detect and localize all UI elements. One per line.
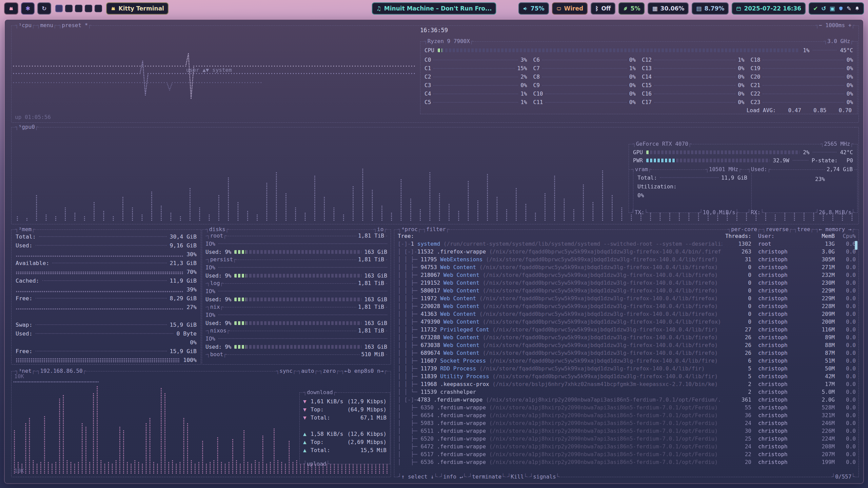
process-row[interactable]: │ │ ├─ 11607 Socket Process (/nix/store/…: [398, 357, 857, 365]
workspace-switcher[interactable]: [54, 5, 103, 12]
reload-icon: ↻: [42, 5, 46, 12]
volume-module[interactable]: 75%: [518, 2, 549, 15]
process-row[interactable]: │ ├─ 6536 .ferdium-wrappe (/nix/store/a1…: [398, 458, 857, 466]
bluetooth-module[interactable]: ᛒOff: [591, 2, 615, 15]
process-row[interactable]: [-]-1 systemd (/run/current-system/syste…: [398, 240, 857, 248]
process-row[interactable]: │ ├─ 6472 .ferdium-wrappe (/nix/store/a1…: [398, 443, 857, 450]
process-row[interactable]: │ [-]-11532 .firefox-wrappe (/nix/store/…: [398, 248, 857, 256]
memory-stat-row: Available:21,3 GiB: [16, 259, 197, 267]
window-icon[interactable]: ▣: [830, 5, 835, 12]
process-row[interactable]: │ │ ├─ 689674 Web Content (/nix/store/fq…: [398, 349, 857, 357]
proc-option-1[interactable]: per-core: [728, 226, 761, 233]
reload-button[interactable]: ↻: [37, 2, 51, 15]
process-row[interactable]: │ │ └─ 11539 crashhelper2christoph5.0M0.…: [398, 388, 857, 396]
cpu-graph-legend: user ▲▼ system: [186, 67, 232, 73]
process-row[interactable]: │ │ ├─ 479390 Web Content (/nix/store/fq…: [398, 318, 857, 326]
process-row[interactable]: │ │ ├─ 11732 Privileged Cont (/nix/store…: [398, 326, 857, 333]
process-row[interactable]: │ [-]~4783 .ferdium-wrappe (/nix/store/a…: [398, 396, 857, 404]
process-row[interactable]: │ ├─ 6654 .ferdium-wrappe (/nix/store/a1…: [398, 411, 857, 419]
memory-stat-row: Free:15,9 GiB: [16, 347, 197, 355]
disks-widget[interactable]: disksioroot1,81 TiBIO%Used:9%163 GiBpers…: [202, 229, 391, 365]
net-stat-value: (12,6 Kibps): [347, 431, 387, 437]
process-row[interactable]: │ │ ├─ 11795 WebExtensions (/nix/store/f…: [398, 256, 857, 263]
tab-proc[interactable]: ⁴proc: [398, 226, 421, 233]
disk-usage-bar: [234, 298, 361, 301]
cpu-widget[interactable]: ¹cpumenupreset *− 1000ms +16:36:59user ▲…: [11, 25, 859, 123]
status-ok-icon[interactable]: ✔: [813, 5, 818, 12]
signals-control[interactable]: signals: [530, 473, 559, 480]
edit-icon[interactable]: ✎: [847, 5, 851, 12]
kitty-terminal-window[interactable]: ¹cpumenupreset *− 1000ms +16:36:59user ▲…: [5, 20, 863, 483]
process-row[interactable]: │ │ ├─ 11968 .keepassxc-prox (/nix/store…: [398, 380, 857, 388]
notifications-icon[interactable]: [855, 6, 860, 11]
memory-widget[interactable]: ²memTotal:30,4 GiBUsed:9,16 GiB30%Availa…: [11, 229, 201, 365]
proc-scrollbar-thumb[interactable]: [855, 241, 857, 250]
kill-control[interactable]: Kill: [508, 473, 527, 480]
process-row[interactable]: │ │ ├─ 218067 Web Content (/nix/store/fq…: [398, 271, 857, 279]
security-icon[interactable]: [839, 6, 843, 11]
sync-icon[interactable]: ↺: [821, 5, 826, 12]
cpu-info-panel: Ryzen 9 7900X3.0 GHzCPU1%45°CC03%C115%C2…: [420, 41, 857, 114]
tab-filter[interactable]: filter: [423, 226, 449, 233]
process-row[interactable]: │ ├─ 6520 .ferdium-wrappe (/nix/store/a1…: [398, 435, 857, 443]
gpu-widget[interactable]: ⁵gpu0GeForce RTX 40702565 MHzGPU2%42°CPW…: [11, 127, 859, 224]
status-bar-left: ✱↻Kitty Terminal: [4, 2, 169, 15]
tab-cpu[interactable]: ¹cpu: [15, 22, 35, 29]
selection-position: 0/557: [832, 473, 855, 480]
process-row[interactable]: │ │ ├─ 11739 RDD Process (/nix/store/fqa…: [398, 365, 857, 372]
net-stat-value: (12,9 Kibps): [347, 398, 387, 405]
memory-usage-module[interactable]: ▦30.06%: [648, 2, 689, 15]
select-control[interactable]: ↑ select ↓: [398, 473, 437, 480]
terminate-control[interactable]: terminate: [469, 473, 505, 480]
network-module[interactable]: Wired: [552, 2, 588, 15]
kitty-terminal-button[interactable]: Kitty Terminal: [106, 2, 169, 15]
process-row[interactable]: │ │ ├─ 580017 Web Content (/nix/store/fq…: [398, 287, 857, 294]
tab-preset[interactable]: preset *: [59, 22, 91, 29]
workspace-1[interactable]: [55, 5, 63, 12]
info-control[interactable]: info ↵: [440, 473, 466, 480]
vram-utilization-label: Utilization:: [633, 182, 751, 191]
tab-disks[interactable]: disks: [206, 226, 229, 233]
disk-usage-module[interactable]: ▤8.79%: [692, 2, 729, 15]
network-widget[interactable]: ³net192.168.86.50syncautozero←b enp8s0 n…: [11, 371, 391, 477]
kitty-logo[interactable]: [4, 2, 18, 15]
tab-io[interactable]: io: [374, 226, 387, 233]
cpu-usage-module[interactable]: 5%: [618, 2, 645, 15]
proc-option-4[interactable]: ← memory →: [815, 226, 855, 233]
workspace-4[interactable]: [85, 5, 92, 12]
process-row[interactable]: │ ├─ 6517 .ferdium-wrappe (/nix/store/a1…: [398, 450, 857, 458]
music-player-module[interactable]: ♫ Minuit Machine – Don't Run Fro...: [372, 2, 496, 15]
process-table-header: Tree:Threads:User:MemBCpu%: [398, 232, 857, 240]
process-row[interactable]: │ ├─ 5983 .ferdium-wrappe (/nix/store/a1…: [398, 419, 857, 427]
process-row[interactable]: │ │ ├─ 94753 Web Content (/nix/store/fqa…: [398, 263, 857, 271]
tab-menu[interactable]: menu: [37, 22, 57, 29]
process-widget[interactable]: ⁴procfilterper-corereversetree← memory →…: [394, 229, 859, 477]
process-row[interactable]: │ ├─ 6511 .ferdium-wrappe (/nix/store/a1…: [398, 427, 857, 435]
column-user[interactable]: User:: [751, 232, 804, 240]
tab-mem[interactable]: ²mem: [15, 226, 35, 233]
process-row[interactable]: │ ├─ 6350 .ferdium-wrappe (/nix/store/a1…: [398, 404, 857, 411]
column-tree[interactable]: Tree:: [398, 232, 722, 240]
load-average-row: Load AVG:0.470.850.70: [420, 106, 857, 114]
pen-icon: ✎: [847, 5, 851, 12]
column-threads[interactable]: Threads:: [722, 232, 751, 240]
net-stat-label: 1,58 KiB/s: [311, 431, 343, 437]
workspace-3[interactable]: [75, 5, 82, 12]
proc-option-3[interactable]: tree: [794, 226, 814, 233]
column-cpu[interactable]: Cpu%: [835, 232, 857, 240]
ethernet-icon: [556, 6, 561, 11]
process-row[interactable]: │ │ ├─ 41363 Web Content (/nix/store/fqa…: [398, 310, 857, 318]
proc-option-2[interactable]: reverse: [763, 226, 792, 233]
process-row[interactable]: │ │ ├─ 219152 Web Content (/nix/store/fq…: [398, 279, 857, 287]
process-row[interactable]: │ │ ├─ 673288 Web Content (/nix/store/fq…: [398, 333, 857, 341]
datetime-module[interactable]: 2025-07-22 16:36: [732, 2, 806, 15]
process-row[interactable]: │ │ ├─ 220028 Web Content (/nix/store/fq…: [398, 302, 857, 310]
workspace-2[interactable]: [65, 5, 73, 12]
process-row[interactable]: │ │ ├─ 673038 Web Content (/nix/store/fq…: [398, 341, 857, 349]
update-rate-control[interactable]: − 1000ms +: [815, 22, 855, 29]
workspace-5[interactable]: [95, 5, 102, 12]
process-row[interactable]: │ │ ├─ 11972 Web Content (/nix/store/fqa…: [398, 294, 857, 302]
column-mem[interactable]: MemB: [804, 232, 835, 240]
process-row[interactable]: │ │ ├─ 11839 Utility Process (/nix/store…: [398, 372, 857, 380]
nix-logo[interactable]: ✱: [21, 2, 35, 15]
